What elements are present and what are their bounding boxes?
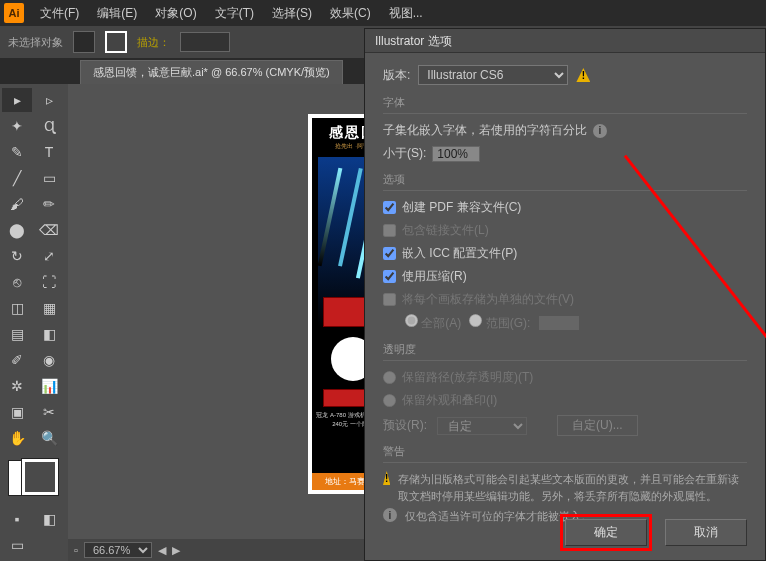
no-selection-label: 未选择对象 (8, 35, 63, 50)
menu-view[interactable]: 视图... (381, 5, 431, 22)
nav-right-icon[interactable]: ▶ (172, 544, 180, 557)
stroke-swatch[interactable] (105, 31, 127, 53)
warning-text-2: 仅包含适当许可位的字体才能被嵌入。 (405, 508, 592, 525)
preset-select: 自定 (437, 417, 527, 435)
info-icon: i (383, 508, 397, 522)
blob-brush-tool[interactable]: ⬤ (2, 218, 32, 242)
preset-label: 预设(R): (383, 417, 427, 434)
eraser-tool[interactable]: ⌫ (34, 218, 64, 242)
rotate-tool[interactable]: ↻ (2, 244, 32, 268)
graph-tool[interactable]: 📊 (34, 374, 64, 398)
brush-tool[interactable]: 🖌 (2, 192, 32, 216)
artboard-tool[interactable]: ▣ (2, 400, 32, 424)
lasso-tool[interactable]: Ɋ (34, 114, 64, 138)
version-select[interactable]: Illustrator CS6 (418, 65, 568, 85)
range-input (538, 315, 580, 331)
fill-swatch[interactable] (73, 31, 95, 53)
perspective-tool[interactable]: ▦ (34, 296, 64, 320)
menu-object[interactable]: 对象(O) (147, 5, 204, 22)
stroke-color[interactable] (22, 459, 58, 495)
opt-each-artboard: 将每个画板存储为单独的文件(V) (383, 291, 747, 308)
screen-mode[interactable]: ▭ (2, 533, 32, 557)
color-mode[interactable]: ▪ (2, 507, 32, 531)
ok-button[interactable]: 确定 (565, 519, 647, 546)
symbol-sprayer-tool[interactable]: ✲ (2, 374, 32, 398)
options-section-title: 选项 (383, 172, 747, 191)
shape-builder-tool[interactable]: ◫ (2, 296, 32, 320)
menu-select[interactable]: 选择(S) (264, 5, 320, 22)
nav-left-icon[interactable]: ◀ (158, 544, 166, 557)
menu-edit[interactable]: 编辑(E) (89, 5, 145, 22)
opt-include-linked: 包含链接文件(L) (383, 222, 747, 239)
cancel-button[interactable]: 取消 (665, 519, 747, 546)
app-logo: Ai (4, 3, 24, 23)
width-tool[interactable]: ⎋ (2, 270, 32, 294)
dialog-title: Illustrator 选项 (365, 29, 765, 53)
warning-icon: ! (383, 471, 390, 485)
direct-selection-tool[interactable]: ▹ (34, 88, 64, 112)
trans-preserve-overprint: 保留外观和叠印(I) (383, 392, 747, 409)
hand-tool[interactable]: ✋ (2, 426, 32, 450)
selection-tool[interactable]: ▸ (2, 88, 32, 112)
menu-bar: Ai 文件(F) 编辑(E) 对象(O) 文字(T) 选择(S) 效果(C) 视… (0, 0, 766, 26)
magic-wand-tool[interactable]: ✦ (2, 114, 32, 138)
rectangle-tool[interactable]: ▭ (34, 166, 64, 190)
version-label: 版本: (383, 67, 410, 84)
font-subset-desc: 子集化嵌入字体，若使用的字符百分比 (383, 122, 587, 139)
font-percent-input[interactable] (432, 146, 480, 162)
opt-pdf-compat[interactable]: 创建 PDF 兼容文件(C) (383, 199, 747, 216)
artboard-radios: 全部(A) 范围(G): (405, 314, 747, 332)
warning-icon: ! (576, 68, 590, 82)
slice-tool[interactable]: ✂ (34, 400, 64, 424)
zoom-tool[interactable]: 🔍 (34, 426, 64, 450)
warning-section-title: 警告 (383, 444, 747, 463)
free-transform-tool[interactable]: ⛶ (34, 270, 64, 294)
mesh-tool[interactable]: ▤ (2, 322, 32, 346)
zoom-selector[interactable]: 66.67% (84, 542, 152, 558)
menu-file[interactable]: 文件(F) (32, 5, 87, 22)
info-icon: i (593, 124, 607, 138)
preset-custom-button: 自定(U)... (557, 415, 638, 436)
toolbox: ▸▹ ✦Ɋ ✎T ╱▭ 🖌✏ ⬤⌫ ↻⤢ ⎋⛶ ◫▦ ▤◧ ✐◉ ✲📊 ▣✂ ✋… (0, 84, 68, 561)
blend-tool[interactable]: ◉ (34, 348, 64, 372)
stroke-label: 描边： (137, 35, 170, 50)
radio-all: 全部(A) (405, 314, 461, 332)
trans-preserve-paths: 保留路径(放弃透明度)(T) (383, 369, 747, 386)
menu-effect[interactable]: 效果(C) (322, 5, 379, 22)
menu-type[interactable]: 文字(T) (207, 5, 262, 22)
line-tool[interactable]: ╱ (2, 166, 32, 190)
document-tab[interactable]: 感恩回馈，诚意巨献.ai* @ 66.67% (CMYK/预览) (80, 60, 343, 84)
opt-use-compression[interactable]: 使用压缩(R) (383, 268, 747, 285)
font-section-title: 字体 (383, 95, 747, 114)
type-tool[interactable]: T (34, 140, 64, 164)
font-lt-label: 小于(S): (383, 145, 426, 162)
scale-tool[interactable]: ⤢ (34, 244, 64, 268)
radio-range: 范围(G): (469, 314, 530, 332)
illustrator-options-dialog: Illustrator 选项 版本: Illustrator CS6 ! 字体 … (364, 28, 766, 561)
opt-embed-icc[interactable]: 嵌入 ICC 配置文件(P) (383, 245, 747, 262)
status-icon: ▫ (74, 544, 78, 556)
warning-text-1: 存储为旧版格式可能会引起某些文本版面的更改，并且可能会在重新读取文档时停用某些编… (398, 471, 747, 504)
color-swatches[interactable] (8, 460, 58, 495)
pen-tool[interactable]: ✎ (2, 140, 32, 164)
stroke-weight[interactable] (180, 32, 230, 52)
pencil-tool[interactable]: ✏ (34, 192, 64, 216)
eyedropper-tool[interactable]: ✐ (2, 348, 32, 372)
gradient-tool[interactable]: ◧ (34, 322, 64, 346)
draw-mode[interactable]: ◧ (34, 507, 64, 531)
transparency-section-title: 透明度 (383, 342, 747, 361)
